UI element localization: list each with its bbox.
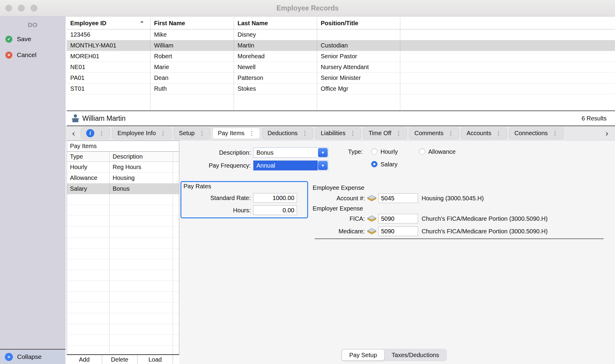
radio-salary-label[interactable]: Salary <box>380 161 398 168</box>
pay-frequency-dropdown[interactable]: Annual ▾ <box>253 160 328 171</box>
list-item-empty <box>67 270 179 281</box>
list-item-empty <box>67 346 179 354</box>
column-header-first-name[interactable]: First Name <box>150 17 234 29</box>
account-lookup-icon[interactable] <box>367 195 376 202</box>
info-icon: i <box>86 129 94 137</box>
tab-pay-setup[interactable]: Pay Setup <box>342 349 384 361</box>
tab-menu-icon[interactable]: ⋮ <box>249 130 255 137</box>
hours-input[interactable] <box>253 205 297 215</box>
list-item-empty <box>67 216 179 227</box>
sidebar: DO ✓ Save ✕ Cancel « Collapse <box>0 17 65 364</box>
tab-deductions[interactable]: Deductions ⋮ <box>262 128 313 139</box>
list-item-empty <box>67 335 179 346</box>
type-label: Type: <box>335 148 363 155</box>
delete-button[interactable]: Delete <box>102 355 138 364</box>
account-number-input[interactable] <box>378 193 418 203</box>
list-item-empty <box>67 302 179 313</box>
tab-taxes-deductions[interactable]: Taxes/Deductions <box>384 349 446 361</box>
load-button[interactable]: Load <box>138 355 173 364</box>
medicare-account-input[interactable] <box>378 226 418 236</box>
table-row[interactable]: NE01 Marie Newell Nursery Attendant <box>67 62 615 73</box>
tab-menu-icon[interactable]: ⋮ <box>302 130 308 137</box>
tab-employee-info[interactable]: Employee Info ⋮ <box>112 128 171 139</box>
list-item[interactable]: Allowance Housing <box>67 173 179 184</box>
tab-bar: ‹ i ⋮ Employee Info ⋮ Setup ⋮ Pay Items … <box>65 126 615 141</box>
radio-hourly[interactable] <box>371 148 377 155</box>
sort-asc-icon: ⌃ <box>140 20 144 27</box>
column-header-description[interactable]: Description <box>109 152 173 162</box>
pay-frequency-value: Annual <box>253 161 318 170</box>
pay-setup-tabs: Pay Setup Taxes/Deductions <box>341 349 447 361</box>
radio-allowance-label[interactable]: Allowance <box>428 148 456 155</box>
table-empty-area <box>67 94 615 111</box>
tab-setup[interactable]: Setup ⋮ <box>174 128 210 139</box>
tab-menu-icon[interactable]: ⋮ <box>160 130 166 137</box>
tab-menu-icon[interactable]: ⋮ <box>448 130 454 137</box>
add-button[interactable]: Add <box>67 355 102 364</box>
table-row[interactable]: ST01 Ruth Stokes Office Mgr <box>67 83 615 94</box>
list-item-empty <box>67 194 179 205</box>
list-item-empty <box>67 227 179 238</box>
description-dropdown[interactable]: Bonus ▾ <box>253 147 328 158</box>
tabs-scroll-right-icon[interactable]: › <box>602 128 612 139</box>
fica-lookup-icon[interactable] <box>367 215 376 222</box>
collapse-sidebar-button[interactable]: « Collapse <box>0 349 65 364</box>
pay-frequency-label: Pay Frequency: <box>179 160 251 171</box>
pay-items-actions: Add Delete Load <box>67 354 179 364</box>
chevron-down-icon[interactable]: ▾ <box>318 161 328 170</box>
employee-table: Employee ID ⌃ First Name Last Name Posit… <box>67 17 615 111</box>
tab-liabilities[interactable]: Liabilities ⋮ <box>315 128 361 139</box>
list-item-selected[interactable]: Salary Bonus <box>67 184 179 194</box>
tab-menu-icon[interactable]: ⋮ <box>496 130 501 137</box>
pay-items-column-headers: Type Description <box>67 152 179 162</box>
column-header-last-name[interactable]: Last Name <box>234 17 317 29</box>
fica-account-input[interactable] <box>378 214 418 223</box>
record-bar: William Martin 6 Results <box>67 111 615 126</box>
pay-items-panel-title: Pay Items <box>67 141 179 152</box>
save-button[interactable]: ✓ Save <box>0 35 65 44</box>
window-title: Employee Records <box>0 0 615 16</box>
medicare-label: Medicare: <box>313 226 365 236</box>
pay-items-panel: Pay Items Type Description Hourly Reg Ho… <box>67 141 179 354</box>
table-row-selected[interactable]: MONTHLY-MA01 William Martin Custodian <box>67 40 615 51</box>
radio-salary[interactable] <box>371 161 377 167</box>
column-header-employee-id[interactable]: Employee ID ⌃ <box>67 17 150 29</box>
account-number-label: Account #: <box>313 193 365 203</box>
cancel-button[interactable]: ✕ Cancel <box>0 50 65 59</box>
chevron-down-icon[interactable]: ▾ <box>318 148 328 157</box>
tab-accounts[interactable]: Accounts ⋮ <box>461 128 507 139</box>
tab-menu-icon[interactable]: ⋮ <box>396 130 401 137</box>
collapse-chevrons-icon: « <box>5 353 13 361</box>
tab-comments[interactable]: Comments ⋮ <box>409 128 459 139</box>
medicare-lookup-icon[interactable] <box>367 228 376 235</box>
person-icon <box>71 114 79 123</box>
radio-hourly-label[interactable]: Hourly <box>380 148 398 155</box>
tab-menu-icon[interactable]: ⋮ <box>99 130 105 137</box>
list-item-empty <box>67 292 179 302</box>
tab-info[interactable]: i ⋮ <box>81 128 110 139</box>
cancel-label: Cancel <box>17 51 36 59</box>
tab-connections[interactable]: Connections ⋮ <box>509 128 563 139</box>
table-row[interactable]: 123456 Mike Disney <box>67 29 615 40</box>
column-header-position[interactable]: Position/Title <box>317 17 400 29</box>
tab-menu-icon[interactable]: ⋮ <box>350 130 356 137</box>
employee-expense-title: Employee Expense <box>313 184 364 191</box>
column-header-type[interactable]: Type <box>67 152 109 162</box>
table-row[interactable]: PA01 Dean Patterson Senior Minister <box>67 73 615 83</box>
pay-item-form: Description: Bonus ▾ Pay Frequency: Annu… <box>179 141 615 364</box>
results-count: 6 Results <box>582 115 607 122</box>
table-row[interactable]: MOREH01 Robert Morehead Senior Pastor <box>67 51 615 62</box>
standard-rate-input[interactable] <box>253 193 297 203</box>
tabs-scroll-left-icon[interactable]: ‹ <box>68 128 79 139</box>
save-label: Save <box>17 35 31 43</box>
radio-allowance[interactable] <box>419 148 425 155</box>
list-item[interactable]: Hourly Reg Hours <box>67 162 179 173</box>
tab-menu-icon[interactable]: ⋮ <box>199 130 205 137</box>
list-item-empty <box>67 324 179 335</box>
tab-pay-items[interactable]: Pay Items ⋮ <box>212 128 260 139</box>
selected-employee-name: William Martin <box>82 114 126 123</box>
tab-time-off[interactable]: Time Off ⋮ <box>363 128 407 139</box>
employee-table-header: Employee ID ⌃ First Name Last Name Posit… <box>67 17 615 29</box>
collapse-label: Collapse <box>17 353 42 360</box>
tab-menu-icon[interactable]: ⋮ <box>552 130 558 137</box>
